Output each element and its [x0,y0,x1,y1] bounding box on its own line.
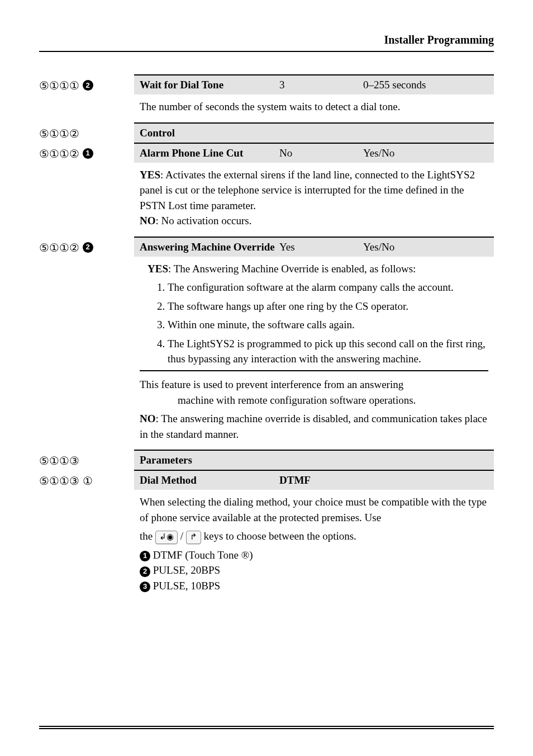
param-wait-dial-desc: The number of seconds the system waits t… [134,94,494,122]
param-wait-dial-title: Wait for Dial Tone [140,79,279,91]
code-5111-2: ⑤①①① 2 [39,74,134,93]
param-dial-default: DTMF [279,474,363,486]
param-amo-desc: YES: The Answering Machine Override is e… [134,257,494,450]
separator [140,370,488,371]
param-wait-dial-range: 0–255 seconds [363,79,488,91]
bullet-1-icon: 1 [140,551,150,561]
param-amo-title: Answering Machine Override [140,241,279,253]
param-alarm-cut-desc: YES: Activates the external sirens if th… [134,163,494,237]
list-item: The LightSYS2 is programmed to pick up t… [168,336,488,367]
section-control: Control [134,122,494,143]
list-item: Within one minute, the software calls ag… [168,317,488,333]
param-dial-desc: When selecting the dialing method, your … [134,490,494,601]
param-dial-title: Dial Method [140,474,279,486]
param-alarm-cut-title: Alarm Phone Line Cut [140,147,279,159]
solid-1-icon: 1 [83,148,93,159]
code-5112-2: ⑤①①② 2 [39,237,134,255]
code-5113-1: ⑤①①③ ① [39,470,134,488]
param-alarm-cut-range: Yes/No [363,147,488,159]
amo-steps: The configuration software at the alarm … [147,280,488,367]
param-wait-dial-default: 3 [279,79,363,91]
section-parameters: Parameters [134,450,494,470]
bullet-3-icon: 3 [140,582,150,592]
footer-rule [39,726,494,729]
list-item: The configuration software at the alarm … [168,280,488,295]
solid-2-icon: 2 [83,80,93,91]
arrow-key-icon: ↱ [186,531,201,544]
param-alarm-cut-default: No [279,147,363,159]
bullet-2-icon: 2 [140,566,150,577]
param-amo-range: Yes/No [363,241,488,253]
param-amo-default: Yes [279,241,363,253]
list-item: 1 DTMF (Touch Tone ®) [140,547,488,563]
list-item: 3 PULSE, 10BPS [140,578,488,594]
list-item: 2 PULSE, 20BPS [140,563,488,578]
param-dial-range [363,474,488,486]
enter-key-icon: ↲◉ [155,531,178,544]
solid-2b-icon: 2 [83,242,93,253]
code-5113: ⑤①①③ [39,450,134,468]
page-header: Installer Programming [39,34,494,52]
code-5112: ⑤①①② [39,122,134,141]
code-5112-1: ⑤①①② 1 [39,143,134,161]
list-item: The software hangs up after one ring by … [168,299,488,314]
